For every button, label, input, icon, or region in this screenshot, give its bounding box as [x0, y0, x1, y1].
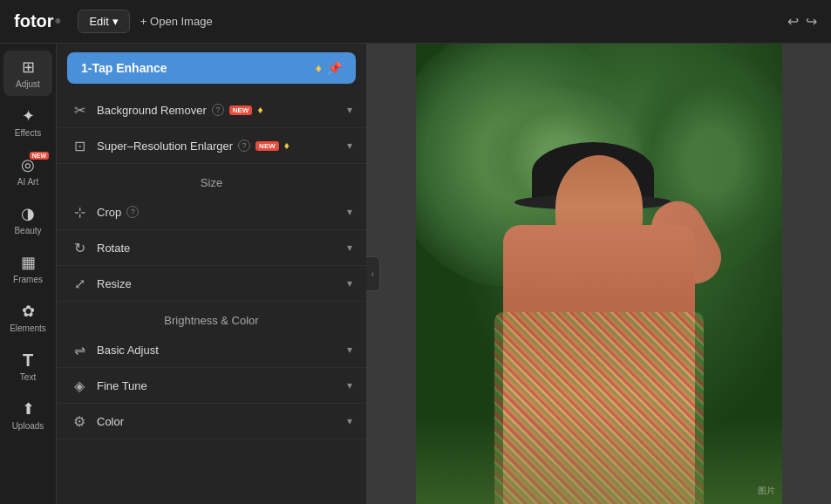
- sidebar-label-beauty: Beauty: [14, 226, 41, 235]
- sidebar-item-elements[interactable]: ✿ Elements: [3, 295, 52, 340]
- crown-icon-bg: ♦: [257, 104, 262, 116]
- crown-icon-sr: ♦: [284, 140, 289, 152]
- crop-item[interactable]: ⊹ Crop ? ▾: [57, 194, 366, 230]
- watermark: 图片: [758, 485, 775, 497]
- help-icon-crop[interactable]: ?: [126, 206, 139, 218]
- topbar: fotor® Edit ▾ + Open Image ↩ ↪: [0, 0, 831, 44]
- one-tap-left: 1-Tap Enhance: [81, 61, 167, 75]
- chevron-down-icon-crop: ▾: [347, 206, 352, 218]
- chevron-down-icon-resize: ▾: [347, 277, 352, 289]
- basic-adjust-icon: ⇌: [71, 341, 88, 358]
- one-tap-label: 1-Tap Enhance: [81, 61, 167, 75]
- size-section-header: Size: [57, 164, 366, 194]
- frames-icon: ▦: [18, 253, 37, 272]
- ground-fade: [416, 417, 782, 504]
- new-tag-sr: NEW: [255, 141, 279, 151]
- canvas-area: ‹: [366, 44, 831, 504]
- sidebar-label-adjust: Adjust: [16, 79, 40, 89]
- sidebar-item-effects[interactable]: ✦ Effects: [3, 99, 52, 145]
- sidebar-item-text[interactable]: T Text: [3, 344, 52, 389]
- basic-adjust-item[interactable]: ⇌ Basic Adjust ▾: [57, 332, 366, 368]
- super-resolution-item[interactable]: ⊡ Super–Resolution Enlarger ? NEW ♦ ▾: [57, 128, 366, 164]
- help-icon-sr[interactable]: ?: [238, 140, 250, 152]
- beauty-icon: ◑: [18, 204, 37, 223]
- crown-icon: ♦: [316, 61, 322, 75]
- edit-button[interactable]: Edit ▾: [78, 10, 129, 33]
- icon-sidebar: ⊞ Adjust ✦ Effects NEW ◎ AI Art ◑ Beauty…: [0, 44, 57, 504]
- fine-tune-name: Fine Tune: [97, 379, 338, 392]
- undo-redo-controls: ↩ ↪: [787, 13, 817, 30]
- basic-adjust-name: Basic Adjust: [97, 344, 338, 357]
- chevron-down-icon-fine: ▾: [347, 379, 352, 392]
- color-item[interactable]: ⚙ Color ▾: [57, 404, 366, 439]
- text-icon: T: [18, 351, 37, 370]
- new-badge-ai-art: NEW: [30, 152, 49, 160]
- undo-button[interactable]: ↩: [787, 13, 799, 30]
- sidebar-item-uploads[interactable]: ⬆ Uploads: [3, 392, 52, 438]
- app-logo: fotor®: [14, 11, 60, 31]
- one-tap-enhance-button[interactable]: 1-Tap Enhance ♦ 📌: [67, 52, 356, 84]
- chevron-down-icon-basic: ▾: [347, 344, 352, 356]
- sidebar-item-beauty[interactable]: ◑ Beauty: [3, 197, 52, 242]
- sidebar-item-frames[interactable]: ▦ Frames: [3, 246, 52, 291]
- pin-icon: 📌: [327, 61, 342, 75]
- effects-icon: ✦: [18, 106, 37, 126]
- resize-name: Resize: [97, 277, 338, 290]
- scissors-icon: ✂: [71, 101, 88, 119]
- resize-icon: ⤢: [71, 275, 88, 292]
- resize-item[interactable]: ⤢ Resize ▾: [57, 266, 366, 302]
- help-icon[interactable]: ?: [212, 104, 224, 116]
- fine-tune-item[interactable]: ◈ Fine Tune ▾: [57, 368, 366, 404]
- sidebar-label-elements: Elements: [10, 324, 46, 333]
- uploads-icon: ⬆: [18, 399, 37, 419]
- color-name: Color: [97, 415, 338, 428]
- new-tag: NEW: [229, 106, 253, 115]
- sidebar-label-frames: Frames: [13, 275, 43, 284]
- sidebar-item-adjust[interactable]: ⊞ Adjust: [3, 51, 52, 96]
- open-image-button[interactable]: + Open Image: [140, 15, 213, 28]
- tools-panel: 1-Tap Enhance ♦ 📌 ✂ Background Remover ?…: [57, 44, 366, 504]
- rotate-name: Rotate: [97, 242, 338, 255]
- super-resolution-name: Super–Resolution Enlarger ? NEW ♦: [97, 140, 338, 153]
- chevron-down-icon-sr: ▾: [347, 140, 352, 152]
- photo-container: 图片: [416, 44, 782, 504]
- sidebar-label-text: Text: [20, 372, 36, 382]
- crop-icon: ⊹: [71, 203, 88, 221]
- photo-canvas: 图片: [416, 44, 782, 504]
- rotate-item[interactable]: ↻ Rotate ▾: [57, 230, 366, 266]
- background-remover-item[interactable]: ✂ Background Remover ? NEW ♦ ▾: [57, 92, 366, 128]
- sidebar-item-ai-art[interactable]: NEW ◎ AI Art: [3, 148, 52, 194]
- rotate-icon: ↻: [71, 239, 88, 256]
- background-remover-name: Background Remover ? NEW ♦: [97, 104, 338, 117]
- collapse-panel-handle[interactable]: ‹: [366, 256, 380, 291]
- fine-tune-icon: ◈: [71, 377, 88, 394]
- sidebar-label-effects: Effects: [15, 128, 41, 138]
- main-area: ⊞ Adjust ✦ Effects NEW ◎ AI Art ◑ Beauty…: [0, 44, 831, 504]
- chevron-down-icon-color: ▾: [347, 415, 352, 427]
- redo-button[interactable]: ↪: [806, 13, 817, 30]
- elements-icon: ✿: [18, 302, 37, 321]
- sidebar-label-uploads: Uploads: [12, 421, 44, 431]
- resolution-icon: ⊡: [71, 137, 88, 154]
- adjust-icon: ⊞: [18, 58, 37, 77]
- brightness-section-header: Brightness & Color: [57, 302, 366, 332]
- chevron-down-icon-rotate: ▾: [347, 242, 352, 254]
- chevron-down-icon: ▾: [347, 104, 352, 116]
- crop-name: Crop ?: [97, 206, 338, 219]
- sidebar-label-ai-art: AI Art: [17, 177, 38, 187]
- color-icon: ⚙: [71, 412, 88, 430]
- one-tap-icons: ♦ 📌: [316, 61, 342, 75]
